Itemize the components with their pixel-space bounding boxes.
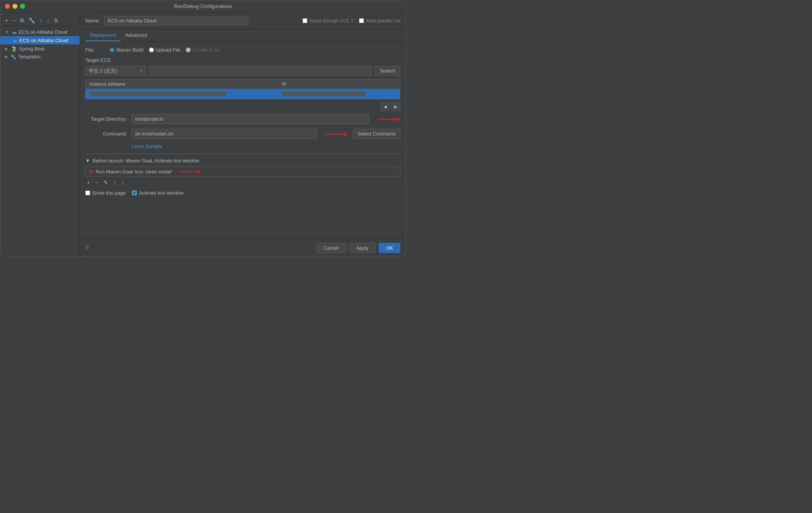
next-arrow-button[interactable]: ▶ (391, 102, 400, 111)
redacted-ip (282, 91, 365, 96)
allow-parallel-label: Allow parallel run (366, 18, 400, 24)
ok-button[interactable]: OK (379, 243, 400, 253)
gradle-build-option[interactable]: Gradle Build (186, 47, 220, 53)
select-command-button[interactable]: Select Command (353, 129, 400, 139)
allow-parallel-checkbox[interactable] (359, 18, 364, 23)
cancel-button[interactable]: Cancel (316, 243, 346, 253)
target-dir-arrow (378, 116, 400, 122)
sidebar-item-label: ECS on Alibaba Cloud (19, 29, 67, 35)
target-ecs-row: 华北 2 (北京) Search (85, 66, 400, 76)
activate-window-wrapper[interactable]: Activate tool window (132, 190, 183, 196)
col-ip-header: IP (278, 80, 400, 89)
expand-icon: ▼ (5, 30, 9, 34)
search-button[interactable]: Search (375, 66, 400, 76)
upload-file-option[interactable]: Upload File (149, 47, 181, 53)
tab-deployment[interactable]: Deployment (85, 29, 121, 41)
content-panel: Name: Share through VCS ? Allow parallel… (80, 13, 406, 256)
table-row[interactable] (86, 89, 400, 99)
sidebar-item-templates[interactable]: ▶ 🔧 Templates (0, 53, 80, 61)
mini-add-button[interactable]: + (85, 179, 91, 186)
col-instance-header: Instance Id/Name (86, 80, 279, 89)
before-launch-section: ▼ Before launch: Maven Goal, Activate to… (85, 154, 400, 196)
maven-run-arrow (178, 169, 201, 174)
region-dropdown-wrapper: 华北 2 (北京) (85, 66, 146, 76)
tabs: Deployment Advanced (80, 29, 406, 42)
sidebar-toolbar: + − ⧉ 🔧 ↑ ↓ ⇅ (0, 15, 80, 26)
command-input[interactable] (132, 129, 317, 139)
activate-window-checkbox[interactable] (132, 190, 137, 195)
target-dir-input[interactable] (132, 114, 369, 124)
before-launch-header: ▼ Before launch: Maven Goal, Activate to… (85, 158, 400, 164)
mini-up-button[interactable]: ↑ (112, 179, 118, 186)
sidebar-item-label: Spring Boot (19, 46, 45, 52)
show-page-wrapper[interactable]: Show this page (85, 190, 126, 196)
show-page-checkbox[interactable] (85, 190, 90, 195)
name-input[interactable] (104, 16, 248, 25)
apply-button[interactable]: Apply (349, 243, 376, 253)
expand-icon-spring: ▶ (5, 47, 8, 51)
name-options: Share through VCS ? Allow parallel run (303, 18, 400, 24)
instance-cell (86, 89, 279, 99)
gradle-build-radio (186, 47, 191, 52)
file-options-group: Maven Build Upload File Gradle Build (110, 47, 220, 53)
spring-icon: 🍃 (11, 46, 17, 52)
add-config-button[interactable]: + (3, 17, 9, 24)
cloud-icon-child: ☁ (12, 37, 17, 43)
panel-content: File: Maven Build Upload File Gradle Bui… (80, 42, 406, 239)
remove-config-button[interactable]: − (11, 17, 17, 24)
allow-parallel-wrapper: Allow parallel run (359, 18, 400, 24)
share-vcs-label: Share through VCS (309, 18, 349, 24)
share-vcs-checkbox[interactable] (303, 18, 307, 23)
redacted-instance (89, 91, 226, 96)
before-launch-label: Before launch: Maven Goal, Activate tool… (92, 158, 199, 164)
sidebar-item-label: ECS on Alibaba Cloud (19, 38, 68, 43)
sidebar-item-spring-boot[interactable]: ▶ 🍃 Spring Boot (0, 44, 80, 53)
command-row: Command: Select Command (85, 129, 400, 139)
close-button[interactable] (5, 4, 10, 9)
name-label: Name: (85, 18, 100, 24)
mini-down-button[interactable]: ↓ (120, 179, 125, 186)
wrench-icon: 🔧 (11, 54, 16, 60)
command-label: Command: (85, 131, 127, 137)
mini-remove-button[interactable]: − (94, 179, 100, 186)
target-dir-row: Target Directory: (85, 114, 400, 124)
show-page-label: Show this page (92, 190, 126, 196)
maximize-button[interactable] (20, 4, 25, 9)
sidebar-item-ecs-parent[interactable]: ▼ ☁ ECS on Alibaba Cloud (0, 28, 80, 36)
upload-file-label: Upload File (156, 47, 181, 53)
region-dropdown[interactable]: 华北 2 (北京) (85, 66, 146, 76)
window-title: Run/Debug Configurations (174, 3, 232, 9)
sort-button[interactable]: ⇅ (52, 17, 60, 24)
learn-sample-link[interactable]: Learn Sample (132, 143, 400, 149)
mini-toolbar: + − ✎ ↑ ↓ (85, 179, 400, 186)
move-up-button[interactable]: ↑ (38, 17, 44, 24)
move-down-button[interactable]: ↓ (45, 17, 51, 24)
help-icon[interactable]: ? (85, 245, 89, 252)
gradle-build-label: Gradle Build (193, 47, 220, 53)
window-controls[interactable] (5, 4, 25, 9)
minimize-button[interactable] (13, 4, 17, 9)
bottom-right-buttons: Cancel Apply OK (316, 243, 400, 253)
target-dir-label: Target Directory: (85, 116, 127, 122)
expand-icon-templates: ▶ (5, 55, 8, 59)
ip-cell (278, 89, 400, 99)
instance-search-input[interactable] (149, 66, 372, 76)
name-bar: Name: Share through VCS ? Allow parallel… (80, 13, 406, 29)
bottom-options: Show this page Activate tool window (85, 190, 400, 196)
maven-build-label: Maven Build (116, 47, 144, 53)
sidebar: + − ⧉ 🔧 ↑ ↓ ⇅ ▼ ☁ ECS on Alibaba Cloud ☁… (0, 13, 80, 256)
maven-run-label: Run Maven Goal 'ecs: clean install' (96, 169, 172, 175)
title-bar: Run/Debug Configurations (0, 0, 406, 13)
copy-config-button[interactable]: ⧉ (19, 16, 25, 24)
maven-build-radio[interactable] (110, 47, 114, 52)
mini-edit-button[interactable]: ✎ (102, 179, 110, 186)
maven-run-row: m Run Maven Goal 'ecs: clean install' (85, 167, 400, 176)
sidebar-item-ecs-child[interactable]: ☁ ECS on Alibaba Cloud (0, 36, 80, 44)
upload-file-radio[interactable] (149, 47, 154, 52)
prev-arrow-button[interactable]: ◀ (381, 102, 390, 111)
tab-advanced[interactable]: Advanced (121, 29, 152, 41)
main-layout: + − ⧉ 🔧 ↑ ↓ ⇅ ▼ ☁ ECS on Alibaba Cloud ☁… (0, 13, 406, 256)
maven-build-option[interactable]: Maven Build (110, 47, 144, 53)
settings-config-button[interactable]: 🔧 (27, 17, 36, 24)
cloud-icon: ☁ (11, 29, 17, 35)
